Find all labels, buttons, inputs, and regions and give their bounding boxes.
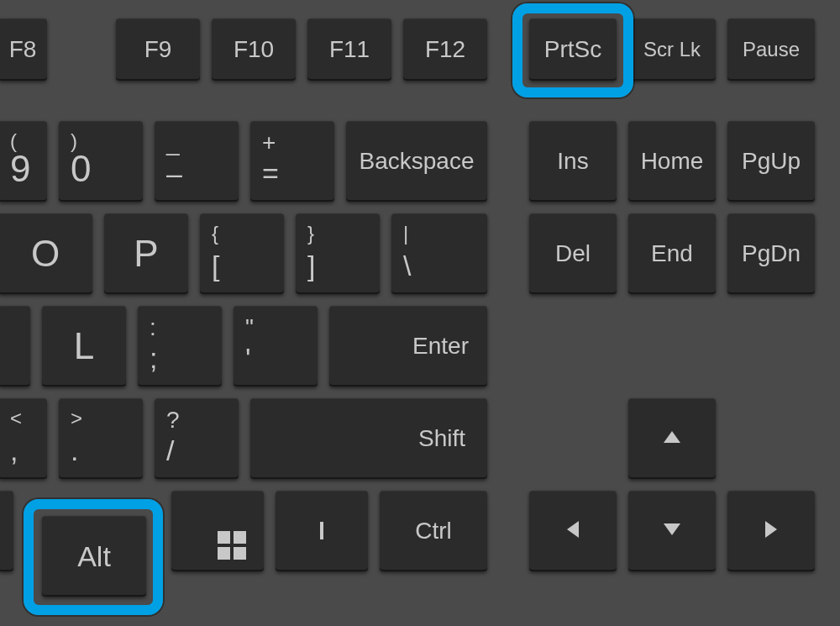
key-lower: ' <box>245 342 251 375</box>
key-arrow-up[interactable] <box>628 398 716 479</box>
menu-icon <box>320 523 323 539</box>
key-arrow-down[interactable] <box>628 491 716 571</box>
arrow-left-icon <box>567 521 579 541</box>
key-upper: : <box>150 314 156 341</box>
arrow-down-icon <box>664 523 680 539</box>
key-upper: " <box>245 314 254 341</box>
arrow-right-icon <box>765 521 777 541</box>
key-label: F8 <box>9 36 37 63</box>
key-label: O <box>31 233 60 275</box>
key-shift-right[interactable]: Shift <box>250 398 487 479</box>
key-arrow-left[interactable] <box>529 491 617 571</box>
key-alt[interactable]: Alt <box>42 516 146 597</box>
key-label: Ins <box>557 148 588 175</box>
key-label: L <box>74 325 94 367</box>
key-label: Pause <box>743 38 800 61</box>
key-lower: = <box>262 157 279 190</box>
key-label: End <box>651 240 693 267</box>
key-upper: { <box>212 222 218 245</box>
key-label: F10 <box>234 36 274 63</box>
key-menu[interactable] <box>276 491 368 571</box>
key-upper: } <box>307 222 314 245</box>
key-label: PgUp <box>742 148 801 175</box>
key-slash[interactable]: ? / <box>155 398 239 479</box>
key-lower: \ <box>403 250 411 282</box>
key-backspace[interactable]: Backspace <box>346 121 487 202</box>
key-lower: . <box>71 434 78 467</box>
key-minus[interactable]: _ – <box>155 121 239 202</box>
key-lower: / <box>166 434 174 467</box>
key-pgup[interactable]: PgUp <box>727 121 815 202</box>
key-upper: > <box>71 407 82 430</box>
key-p[interactable]: P <box>104 213 188 294</box>
key-lower: ] <box>307 250 315 282</box>
key-end[interactable]: End <box>628 213 716 294</box>
key-lower: 9 <box>10 148 30 190</box>
key-home[interactable]: Home <box>628 121 716 202</box>
key-label: F12 <box>425 36 465 63</box>
key-label: PrtSc <box>544 36 601 63</box>
key-row4-partial[interactable] <box>0 306 30 387</box>
key-right-bracket[interactable]: } ] <box>296 213 380 294</box>
key-lower: [ <box>212 250 219 282</box>
key-backslash[interactable]: | \ <box>391 213 487 294</box>
key-l[interactable]: L <box>42 306 126 387</box>
key-label: F11 <box>329 36 370 63</box>
key-label: Shift <box>418 425 465 452</box>
key-pgdn[interactable]: PgDn <box>727 213 815 294</box>
key-upper: ? <box>166 407 180 434</box>
key-arrow-right[interactable] <box>727 491 815 571</box>
key-9[interactable]: ( 9 <box>0 121 47 202</box>
key-ins[interactable]: Ins <box>529 121 617 202</box>
key-label: Del <box>555 240 591 267</box>
key-label: Home <box>641 148 704 175</box>
key-comma[interactable]: < , <box>0 398 47 479</box>
key-label: Scr Lk <box>643 38 701 61</box>
key-label: Alt <box>77 540 111 573</box>
key-lower: – <box>166 157 182 190</box>
key-label: Ctrl <box>415 518 452 544</box>
key-lower: ; <box>150 342 157 375</box>
key-lower: , <box>10 434 18 467</box>
key-row6-partial[interactable] <box>0 491 13 571</box>
key-pause[interactable]: Pause <box>727 18 815 81</box>
key-quote[interactable]: " ' <box>234 306 318 387</box>
key-period[interactable]: > . <box>59 398 143 479</box>
key-left-bracket[interactable]: { [ <box>200 213 284 294</box>
key-del[interactable]: Del <box>529 213 617 294</box>
key-scrlk[interactable]: Scr Lk <box>628 18 716 81</box>
key-f11[interactable]: F11 <box>307 18 391 81</box>
key-f10[interactable]: F10 <box>212 18 296 81</box>
key-ctrl-right[interactable]: Ctrl <box>380 491 487 571</box>
key-lower: 0 <box>71 148 91 190</box>
key-equals[interactable]: + = <box>250 121 334 202</box>
key-f9[interactable]: F9 <box>116 18 200 81</box>
key-prtsc[interactable]: PrtSc <box>529 18 617 81</box>
key-upper: | <box>403 222 408 245</box>
key-semicolon[interactable]: : ; <box>138 306 222 387</box>
key-enter[interactable]: Enter <box>329 306 487 387</box>
key-f8[interactable]: F8 <box>0 18 47 81</box>
keyboard-fragment: F8 F9 F10 F11 F12 PrtSc Scr Lk Pause ( 9… <box>0 0 840 626</box>
key-0[interactable]: ) 0 <box>59 121 143 202</box>
key-label: F9 <box>144 36 172 63</box>
key-upper: _ <box>166 129 180 156</box>
key-label: Enter <box>412 333 469 360</box>
key-label: P <box>134 233 158 275</box>
arrow-up-icon <box>664 431 680 446</box>
key-label: PgDn <box>742 240 801 267</box>
key-label: Backspace <box>360 148 475 175</box>
key-upper: < <box>10 407 22 430</box>
key-windows[interactable] <box>171 491 264 571</box>
key-upper: + <box>262 129 276 156</box>
key-f12[interactable]: F12 <box>403 18 487 81</box>
key-o[interactable]: O <box>0 213 92 294</box>
